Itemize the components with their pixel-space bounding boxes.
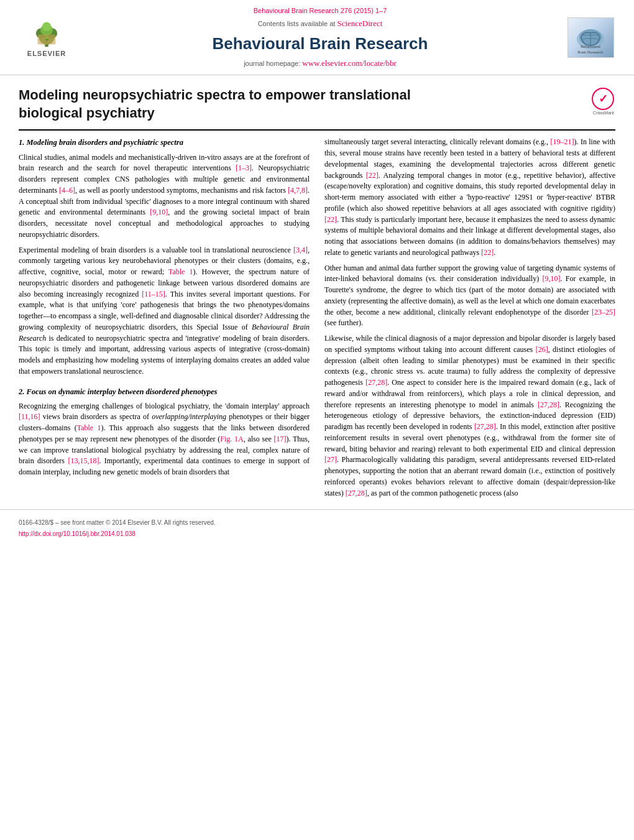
- ref-19-21-link[interactable]: [19–21]: [551, 137, 574, 146]
- elsevier-logo: 🌳 ELSEVIER: [19, 16, 75, 59]
- page-footer: 0166-4328/$ – see front matter © 2014 El…: [0, 509, 634, 544]
- article-title-block: Modeling neuropsychiatric spectra to emp…: [19, 86, 615, 122]
- header-center: Behavioural Brain Research 276 (2015) 1–…: [75, 5, 566, 70]
- section2-para2: simultaneously target several interactin…: [324, 137, 615, 258]
- ref-22a-link[interactable]: [22]: [366, 171, 379, 180]
- crossmark-label: CrossMark: [592, 110, 615, 116]
- journal-title: Behavioural Brain Research: [81, 32, 559, 56]
- crossmark-badge[interactable]: ✓ CrossMark: [592, 88, 615, 111]
- ref-13-15-18-link[interactable]: [13,15,18]: [68, 456, 99, 465]
- contents-label: Contents lists available at: [258, 20, 338, 27]
- section2-para4: Likewise, while the clinical diagnosis o…: [324, 333, 615, 499]
- section2-para1: Recognizing the emerging challenges of b…: [19, 401, 310, 478]
- section2-heading: 2. Focus on dynamic interplay between di…: [19, 386, 310, 397]
- elsevier-tree-icon: 🌳: [28, 20, 65, 48]
- homepage-url[interactable]: www.elsevier.com/locate/bbr: [302, 58, 397, 68]
- ref-11-15-link[interactable]: [11–15]: [142, 290, 165, 298]
- article-title: Modeling neuropsychiatric spectra to emp…: [19, 86, 411, 122]
- ref-11-16-link[interactable]: [11,16]: [19, 412, 40, 421]
- table1-link[interactable]: Table 1: [168, 267, 193, 276]
- section1-para2: Experimental modeling of brain disorders…: [19, 245, 310, 377]
- ref-27-28c-link[interactable]: [27,28]: [474, 422, 496, 431]
- ref-1-3-link[interactable]: [1–3]: [236, 164, 252, 172]
- ref-4-7-8-link[interactable]: [4,7,8]: [288, 186, 308, 195]
- ref-9-10-link[interactable]: [9,10]: [150, 208, 168, 216]
- homepage-line: journal homepage: www.elsevier.com/locat…: [81, 58, 559, 70]
- section1-heading: 1. Modeling brain disorders and psychiat…: [19, 137, 310, 148]
- right-column: simultaneously target several interactin…: [324, 137, 615, 503]
- ref-23-25-link[interactable]: [23–25]: [592, 308, 615, 316]
- section-divider: [19, 129, 615, 131]
- footer-doi-link[interactable]: http://dx.doi.org/10.1016/j.bbr.2014.01.…: [19, 530, 136, 537]
- page-wrapper: 🌳 ELSEVIER Behavioural Brain Research 27…: [0, 0, 634, 840]
- elsevier-label: ELSEVIER: [27, 49, 66, 59]
- ref-22c-link[interactable]: [22]: [481, 248, 494, 257]
- homepage-label: journal homepage:: [244, 60, 302, 67]
- ref-22b-link[interactable]: [22]: [324, 215, 337, 224]
- ref-3-4-link[interactable]: [3,4]: [293, 246, 308, 254]
- ref-27d-link[interactable]: [27]: [324, 455, 337, 464]
- two-column-content: 1. Modeling brain disorders and psychiat…: [0, 137, 634, 503]
- ref-4-6-link[interactable]: [4–6]: [59, 186, 75, 195]
- section2-para3: Other human and animal data further supp…: [324, 263, 615, 330]
- bbr-citation: Behavioural Brain Research 276 (2015) 1–…: [81, 5, 559, 17]
- bbr-top-link[interactable]: Behavioural Brain Research 276 (2015) 1–…: [254, 7, 387, 14]
- journal-logo-right: BehaviouralBrain Research: [566, 16, 615, 59]
- journal-header: 🌳 ELSEVIER Behavioural Brain Research 27…: [0, 0, 634, 75]
- ref-9-10b-link[interactable]: [9,10]: [542, 274, 560, 283]
- footer-issn: 0166-4328/$ – see front matter © 2014 El…: [19, 519, 615, 528]
- logo-text-sm: BehaviouralBrain Research: [577, 44, 603, 55]
- article-top: Modeling neuropsychiatric spectra to emp…: [0, 75, 634, 131]
- section1-para1: Clinical studies, animal models and mech…: [19, 152, 310, 241]
- fig1a-link[interactable]: Fig. 1A: [220, 435, 243, 443]
- svg-text:🌳: 🌳: [45, 37, 49, 42]
- ref-27-28e-link[interactable]: [27,28]: [346, 489, 367, 497]
- sciencedirect-link[interactable]: ScienceDirect: [337, 19, 382, 28]
- svg-point-5: [42, 22, 51, 31]
- left-column: 1. Modeling brain disorders and psychiat…: [19, 137, 310, 503]
- ref-26-link[interactable]: [26]: [536, 345, 548, 354]
- ref-27-28a-link[interactable]: [27,28]: [365, 378, 387, 387]
- ref-27-28b-link[interactable]: [27,28]: [538, 400, 559, 409]
- contents-line: Contents lists available at ScienceDirec…: [81, 18, 559, 30]
- journal-logo-box: BehaviouralBrain Research: [567, 17, 614, 58]
- crossmark-icon: ✓: [592, 88, 614, 110]
- table1-link2[interactable]: Table 1: [77, 423, 101, 432]
- ref-17-link[interactable]: [17]: [274, 435, 287, 443]
